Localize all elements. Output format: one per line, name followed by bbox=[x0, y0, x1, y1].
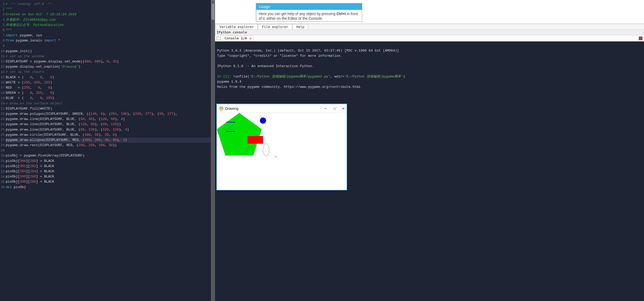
code-line[interactable]: pygame.draw.circle(DISPLAYSURF, BLUE, (3… bbox=[6, 132, 215, 138]
code-line[interactable]: pixObj[380][280] = BLACK bbox=[6, 159, 215, 164]
code-line[interactable]: pygame.init() bbox=[6, 49, 215, 54]
svg-point-13 bbox=[276, 156, 276, 157]
code-line[interactable]: pygame.draw.line(DISPLAYSURF, BLUE, (60,… bbox=[6, 127, 215, 132]
minimize-button[interactable]: — bbox=[325, 106, 327, 111]
console-out2: Hello from the pygame community. https:/… bbox=[217, 85, 361, 89]
code-line[interactable]: pixObj = pygame.PixelArray(DISPLAYSURF) bbox=[6, 153, 215, 158]
usage-shortcut: Ctrl+I bbox=[337, 12, 346, 16]
folder-icon[interactable] bbox=[217, 37, 221, 40]
tab-variable-explorer[interactable]: Variable explorer bbox=[216, 24, 258, 29]
console-banner2: Type "copyright", "credits" or "license"… bbox=[217, 54, 342, 58]
window-title: Drawing bbox=[225, 106, 238, 111]
usage-body: Here you can get help of any object by p… bbox=[256, 10, 362, 21]
code-line[interactable]: pygame.draw.polygon(DISPLAYSURF, GREEN, … bbox=[6, 111, 215, 117]
svg-point-8 bbox=[260, 118, 266, 124]
editor-scrollbar[interactable]: ▲ bbox=[211, 0, 215, 301]
console-cmd-prefix: runfile( bbox=[231, 75, 249, 78]
tab-file-explorer[interactable]: File explorer bbox=[258, 24, 292, 29]
scrollbar-thumb[interactable] bbox=[211, 4, 214, 20]
code-line[interactable]: del pixObj bbox=[6, 185, 215, 190]
code-line[interactable]: pygame.display.set_caption('Drawing') bbox=[6, 64, 215, 69]
svg-point-1 bbox=[220, 108, 221, 108]
code-line[interactable]: Created on Sun Oct 7 10:16:24 2018 bbox=[6, 12, 215, 17]
code-line[interactable]: """ bbox=[6, 28, 215, 33]
console-title: IPython console bbox=[215, 30, 644, 35]
code-line[interactable]: pixObj[386][286] = BLACK bbox=[6, 174, 215, 179]
code-line[interactable] bbox=[6, 148, 215, 153]
code-line[interactable]: BLUE = ( 0, 0, 255) bbox=[6, 96, 215, 101]
code-line[interactable]: # set up the window bbox=[6, 54, 215, 59]
close-button[interactable]: ✕ bbox=[342, 106, 345, 111]
svg-point-12 bbox=[275, 156, 276, 156]
scroll-up-icon[interactable]: ▲ bbox=[211, 0, 215, 4]
code-line[interactable]: pygame.draw.rect(DISPLAYSURF, RED, (200,… bbox=[6, 143, 215, 148]
code-line[interactable]: 作者邮件: 231469242@qq.com bbox=[6, 17, 215, 23]
console-prompt: In [1]: bbox=[217, 75, 231, 78]
pygame-icon bbox=[219, 106, 224, 111]
code-line[interactable]: pixObj[382][282] = BLACK bbox=[6, 164, 215, 169]
code-line[interactable]: 作者微信公众号: PythonEducation bbox=[6, 23, 215, 28]
window-controls: — ☐ ✕ bbox=[325, 106, 345, 111]
pygame-drawing-window[interactable]: Drawing — ☐ ✕ bbox=[216, 104, 347, 190]
code-area[interactable]: # -*- coding: utf-8 -*-"""Created on Sun… bbox=[5, 0, 215, 301]
code-line[interactable]: pygame.draw.line(DISPLAYSURF, BLUE, (120… bbox=[6, 122, 215, 127]
tab-help[interactable]: Help bbox=[292, 24, 308, 29]
svg-rect-10 bbox=[248, 136, 263, 144]
code-line[interactable] bbox=[6, 44, 215, 49]
code-line[interactable]: RED = (255, 0, 0) bbox=[6, 85, 215, 90]
code-line[interactable]: """ bbox=[6, 7, 215, 12]
close-tab-icon[interactable]: ⊠ bbox=[250, 37, 252, 40]
code-line[interactable]: pygame.draw.ellipse(DISPLAYSURF, RED, (3… bbox=[6, 138, 215, 143]
code-line[interactable]: from pygame.locals import * bbox=[6, 38, 215, 43]
svg-point-14 bbox=[276, 157, 276, 157]
code-line[interactable]: DISPLAYSURF.fill(WHITE) bbox=[6, 106, 215, 111]
console-cmd-suffix: ) bbox=[403, 75, 405, 78]
code-line[interactable]: DISPLAYSURF = pygame.display.set_mode((8… bbox=[6, 59, 215, 64]
code-line[interactable]: pygame.draw.line(DISPLAYSURF, BLUE, (60,… bbox=[6, 117, 215, 122]
console-banner3: IPython 6.1.0 -- An enhanced Interactive… bbox=[217, 64, 314, 68]
code-line[interactable]: # -*- coding: utf-8 -*- bbox=[6, 2, 215, 7]
code-line[interactable]: pixObj[388][288] = BLACK bbox=[6, 179, 215, 184]
svg-point-0 bbox=[219, 106, 223, 111]
code-line[interactable]: WHITE = (255, 255, 255) bbox=[6, 80, 215, 85]
help-panel: Usage Here you can get help of any objec… bbox=[215, 0, 644, 24]
console-tab-label: Console 1/A bbox=[225, 36, 247, 40]
stop-kernel-button[interactable] bbox=[639, 37, 642, 40]
console-cmd-mid: , wdir= bbox=[330, 75, 345, 78]
code-line[interactable]: # draw on the surface object bbox=[6, 101, 215, 106]
svg-point-15 bbox=[276, 157, 277, 157]
drawing-canvas bbox=[217, 113, 346, 190]
console-tabs-row: Console 1/A ⊠ bbox=[215, 35, 644, 41]
console-banner1: Python 3.6.3 |Anaconda, Inc.| (default, … bbox=[217, 49, 399, 53]
code-line[interactable]: import pygame, sys bbox=[6, 33, 215, 38]
panel-tabs: Variable explorer File explorer Help bbox=[215, 24, 644, 30]
usage-text-prefix: Here you can get help of any object by p… bbox=[259, 12, 337, 16]
console-arg2: 'E:/Python 游戏编程/pygame脚本' bbox=[344, 75, 403, 78]
svg-point-2 bbox=[222, 108, 223, 108]
usage-box: Usage Here you can get help of any objec… bbox=[256, 3, 362, 22]
console-tab[interactable]: Console 1/A ⊠ bbox=[223, 35, 253, 41]
code-editor-pane: 1234567891011121314151617181920212223242… bbox=[0, 0, 215, 301]
console-out1: pygame 1.9.4 bbox=[217, 80, 241, 84]
window-titlebar[interactable]: Drawing — ☐ ✕ bbox=[217, 104, 347, 113]
usage-header: Usage bbox=[256, 3, 362, 10]
console-arg1: 'E:/Python 游戏编程/pygame脚本/pygame2.py' bbox=[249, 75, 330, 78]
code-line[interactable]: pixObj[384][284] = BLACK bbox=[6, 169, 215, 174]
code-line[interactable]: BLACK = ( 0, 0, 0) bbox=[6, 75, 215, 80]
svg-point-11 bbox=[275, 156, 275, 156]
maximize-button[interactable]: ☐ bbox=[333, 106, 335, 111]
code-line[interactable]: GREEN = ( 0, 255, 0) bbox=[6, 90, 215, 96]
code-line[interactable]: # set up the colors bbox=[6, 69, 215, 75]
line-number-gutter: 1234567891011121314151617181920212223242… bbox=[0, 0, 5, 301]
